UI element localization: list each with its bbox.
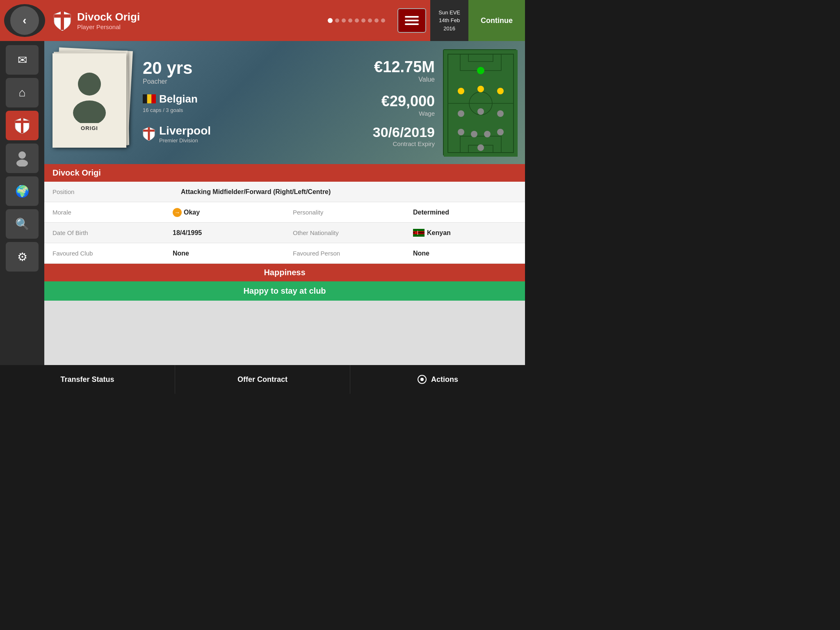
dob-value-cell: 18/4/1995 bbox=[164, 223, 285, 243]
fav-club-label: Favoured Club bbox=[52, 250, 118, 257]
sidebar-item-home[interactable]: ⌂ bbox=[6, 78, 39, 107]
fav-person-label-cell: Favoured Person bbox=[285, 243, 405, 263]
player-photo: ORIGI bbox=[52, 49, 135, 156]
details-section: Divock Origi Position Attacking Midfield… bbox=[44, 164, 525, 301]
sidebar-item-person[interactable] bbox=[6, 144, 39, 173]
fav-person-value: None bbox=[413, 250, 429, 257]
dot-4[interactable] bbox=[348, 18, 352, 23]
club-badge-header bbox=[53, 10, 71, 31]
fav-club-label-cell: Favoured Club bbox=[44, 243, 164, 263]
other-nat-label: Other Nationality bbox=[293, 229, 358, 236]
svg-rect-12 bbox=[143, 130, 155, 132]
svg-rect-3 bbox=[15, 121, 29, 123]
morale-icon bbox=[173, 208, 182, 217]
sidebar-item-globe[interactable]: 🌍 bbox=[6, 176, 39, 206]
position-value: Attacking Midfielder/Forward (Right/Left… bbox=[181, 188, 331, 196]
morale-label-cell: Morale bbox=[44, 202, 164, 222]
continue-button[interactable]: Continue bbox=[468, 0, 525, 41]
svg-point-25 bbox=[497, 129, 504, 135]
sidebar-item-club[interactable] bbox=[6, 111, 39, 140]
club-text: Liverpool Premier Division bbox=[159, 124, 211, 144]
svg-point-31 bbox=[497, 88, 504, 94]
nat-name-row: Belgian bbox=[143, 93, 198, 105]
club-name: Liverpool bbox=[159, 124, 211, 137]
sidebar-item-search[interactable]: 🔍 bbox=[6, 209, 39, 239]
offer-contract-label: Offer Contract bbox=[237, 375, 288, 384]
details-table: Position Attacking Midfielder/Forward (R… bbox=[44, 182, 525, 264]
sidebar-item-mail[interactable]: ✉ bbox=[6, 45, 39, 75]
offer-contract-button[interactable]: Offer Contract bbox=[175, 365, 350, 394]
other-nat-label-cell: Other Nationality bbox=[285, 223, 405, 243]
club-contract-row: Liverpool Premier Division 30/6/2019 Con… bbox=[143, 124, 435, 147]
transfer-status-label: Transfer Status bbox=[60, 375, 114, 384]
dot-5[interactable] bbox=[355, 18, 359, 23]
contract-date: 30/6/2019 bbox=[373, 124, 435, 140]
dot-1[interactable] bbox=[328, 18, 333, 23]
dot-3[interactable] bbox=[342, 18, 346, 23]
personality-value: Determined bbox=[413, 209, 449, 216]
header: ‹ Divock Origi Player Personal Sun bbox=[0, 0, 525, 41]
back-button[interactable]: ‹ bbox=[4, 4, 45, 37]
fav-club-value: None bbox=[173, 250, 189, 257]
dob-value: 18/4/1995 bbox=[173, 229, 202, 237]
header-title-area: Divock Origi Player Personal bbox=[49, 0, 320, 41]
svg-point-29 bbox=[458, 88, 464, 94]
svg-point-39 bbox=[420, 378, 424, 381]
svg-rect-0 bbox=[61, 11, 64, 30]
svg-point-27 bbox=[477, 108, 484, 115]
sidebar-item-settings[interactable]: ⚙ bbox=[6, 242, 39, 272]
caps-goals: 16 caps / 3 goals bbox=[143, 107, 198, 113]
dot-8[interactable] bbox=[374, 18, 379, 23]
menu-button[interactable] bbox=[397, 8, 426, 33]
player-position-short: Poacher bbox=[143, 78, 192, 85]
svg-point-32 bbox=[477, 67, 484, 74]
other-nat-value-cell: Kenyan bbox=[405, 223, 525, 243]
dot-7[interactable] bbox=[368, 18, 372, 23]
bottom-bar: Transfer Status Offer Contract Actions bbox=[0, 365, 525, 394]
morale-value: Okay bbox=[184, 209, 200, 216]
fav-club-row: Favoured Club None Favoured Person None bbox=[44, 243, 525, 264]
other-nat-value: Kenyan bbox=[427, 229, 451, 237]
dob-row: Date Of Birth 18/4/1995 Other Nationalit… bbox=[44, 223, 525, 243]
dob-label-cell: Date Of Birth bbox=[44, 223, 164, 243]
club-block: Liverpool Premier Division bbox=[143, 124, 211, 144]
page-dots bbox=[320, 0, 393, 41]
morale-label: Morale bbox=[52, 209, 118, 216]
player-silhouette-svg bbox=[67, 70, 112, 123]
dot-9[interactable] bbox=[381, 18, 385, 23]
tactics-field-svg bbox=[444, 50, 518, 157]
player-age: 20 yrs bbox=[143, 58, 192, 78]
age-block: 20 yrs Poacher bbox=[143, 58, 192, 85]
transfer-status-button[interactable]: Transfer Status bbox=[0, 365, 175, 394]
section-label: Player Personal bbox=[77, 23, 140, 30]
svg-rect-9 bbox=[147, 94, 152, 103]
actions-icon bbox=[417, 374, 427, 384]
player-stats: 20 yrs Poacher €12.75M Value bbox=[143, 58, 435, 147]
personality-value-cell: Determined bbox=[405, 202, 525, 222]
header-player-info: Divock Origi Player Personal bbox=[77, 11, 140, 30]
kenyan-flag bbox=[413, 229, 425, 237]
svg-rect-11 bbox=[148, 127, 150, 140]
position-label: Position bbox=[52, 188, 118, 195]
svg-rect-8 bbox=[143, 94, 147, 103]
nationality-name: Belgian bbox=[159, 93, 198, 105]
happiness-header: Happiness bbox=[44, 264, 525, 281]
contract-label: Contract Expiry bbox=[373, 140, 435, 147]
svg-point-7 bbox=[73, 100, 106, 123]
wage-block: €29,000 Wage bbox=[381, 93, 435, 117]
dot-6[interactable] bbox=[361, 18, 365, 23]
svg-point-5 bbox=[16, 160, 28, 167]
personality-label-cell: Personality bbox=[285, 202, 405, 222]
fav-person-label: Favoured Person bbox=[293, 250, 358, 257]
happiness-status: Happy to stay at club bbox=[243, 286, 326, 295]
personality-label: Personality bbox=[293, 209, 358, 216]
belgian-flag bbox=[143, 94, 156, 103]
svg-point-26 bbox=[458, 110, 464, 117]
value-block: €12.75M Value bbox=[374, 58, 435, 83]
dot-2[interactable] bbox=[335, 18, 339, 23]
svg-rect-2 bbox=[21, 118, 23, 133]
svg-rect-10 bbox=[151, 94, 156, 103]
menu-line-2 bbox=[405, 20, 419, 21]
back-icon: ‹ bbox=[10, 6, 39, 35]
actions-button[interactable]: Actions bbox=[350, 365, 525, 394]
